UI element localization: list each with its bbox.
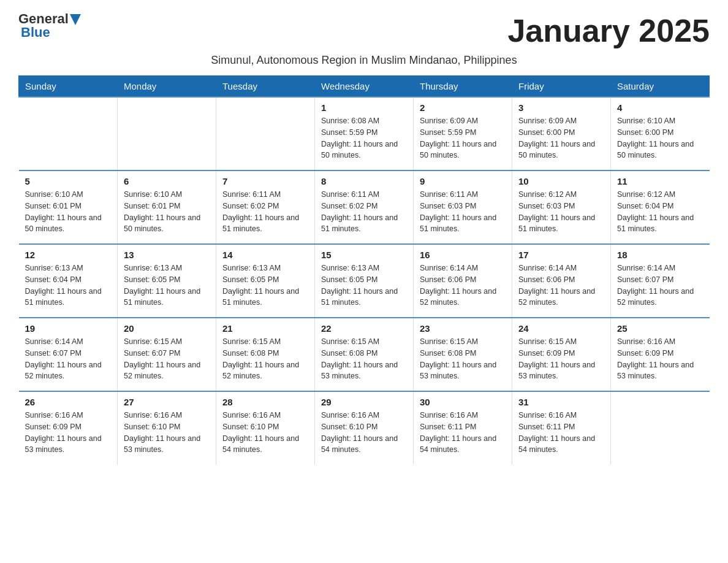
day-number: 3 — [518, 102, 604, 113]
day-info: Sunrise: 6:12 AMSunset: 6:04 PMDaylight:… — [617, 189, 703, 235]
day-number: 1 — [321, 102, 407, 113]
day-number: 12 — [25, 250, 112, 260]
calendar-cell: 7Sunrise: 6:11 AMSunset: 6:02 PMDaylight… — [216, 170, 315, 244]
logo-blue: Blue — [21, 25, 50, 40]
day-info: Sunrise: 6:15 AMSunset: 6:09 PMDaylight:… — [518, 336, 604, 382]
day-info: Sunrise: 6:16 AMSunset: 6:10 PMDaylight:… — [222, 410, 308, 456]
day-number: 16 — [420, 250, 506, 260]
day-info: Sunrise: 6:14 AMSunset: 6:07 PMDaylight:… — [617, 262, 703, 308]
day-info: Sunrise: 6:16 AMSunset: 6:10 PMDaylight:… — [124, 410, 210, 456]
day-info: Sunrise: 6:11 AMSunset: 6:02 PMDaylight:… — [222, 189, 308, 235]
calendar-cell: 2Sunrise: 6:09 AMSunset: 5:59 PMDaylight… — [414, 97, 512, 170]
weekday-header: Saturday — [611, 76, 710, 98]
calendar-week-row: 5Sunrise: 6:10 AMSunset: 6:01 PMDaylight… — [19, 170, 710, 244]
day-info: Sunrise: 6:11 AMSunset: 6:03 PMDaylight:… — [420, 189, 506, 235]
calendar-cell — [118, 97, 216, 170]
calendar-cell: 16Sunrise: 6:14 AMSunset: 6:06 PMDayligh… — [414, 244, 512, 318]
day-number: 7 — [222, 176, 308, 186]
day-number: 15 — [321, 250, 407, 260]
day-number: 28 — [222, 397, 308, 407]
calendar-week-row: 26Sunrise: 6:16 AMSunset: 6:09 PMDayligh… — [19, 391, 710, 465]
day-info: Sunrise: 6:13 AMSunset: 6:05 PMDaylight:… — [222, 262, 308, 308]
day-info: Sunrise: 6:16 AMSunset: 6:10 PMDaylight:… — [321, 410, 407, 456]
weekday-header: Sunday — [19, 76, 118, 98]
calendar-cell: 12Sunrise: 6:13 AMSunset: 6:04 PMDayligh… — [19, 244, 118, 318]
day-info: Sunrise: 6:15 AMSunset: 6:07 PMDaylight:… — [124, 336, 210, 382]
day-info: Sunrise: 6:10 AMSunset: 6:01 PMDaylight:… — [124, 189, 210, 235]
day-info: Sunrise: 6:14 AMSunset: 6:07 PMDaylight:… — [25, 336, 112, 382]
day-info: Sunrise: 6:10 AMSunset: 6:00 PMDaylight:… — [617, 115, 703, 161]
weekday-header: Friday — [512, 76, 611, 98]
day-number: 27 — [124, 397, 210, 407]
day-number: 24 — [518, 323, 604, 334]
day-info: Sunrise: 6:11 AMSunset: 6:02 PMDaylight:… — [321, 189, 407, 235]
day-number: 13 — [124, 250, 210, 260]
calendar-cell: 10Sunrise: 6:12 AMSunset: 6:03 PMDayligh… — [512, 170, 611, 244]
calendar-cell: 11Sunrise: 6:12 AMSunset: 6:04 PMDayligh… — [611, 170, 710, 244]
svg-marker-0 — [70, 14, 81, 25]
day-number: 26 — [25, 397, 112, 407]
logo-block: General Blue — [18, 12, 81, 39]
day-info: Sunrise: 6:15 AMSunset: 6:08 PMDaylight:… — [321, 336, 407, 382]
day-info: Sunrise: 6:16 AMSunset: 6:09 PMDaylight:… — [617, 336, 703, 382]
calendar-cell: 17Sunrise: 6:14 AMSunset: 6:06 PMDayligh… — [512, 244, 611, 318]
calendar-cell: 28Sunrise: 6:16 AMSunset: 6:10 PMDayligh… — [216, 391, 315, 465]
calendar-cell — [611, 391, 710, 465]
header: General Blue January 2025 — [18, 12, 710, 49]
calendar-body: 1Sunrise: 6:08 AMSunset: 5:59 PMDaylight… — [19, 97, 710, 465]
calendar-cell: 5Sunrise: 6:10 AMSunset: 6:01 PMDaylight… — [19, 170, 118, 244]
calendar-cell: 18Sunrise: 6:14 AMSunset: 6:07 PMDayligh… — [611, 244, 710, 318]
logo: General Blue — [18, 12, 81, 39]
day-info: Sunrise: 6:16 AMSunset: 6:11 PMDaylight:… — [420, 410, 506, 456]
calendar-cell — [216, 97, 315, 170]
calendar-cell: 27Sunrise: 6:16 AMSunset: 6:10 PMDayligh… — [118, 391, 216, 465]
day-info: Sunrise: 6:08 AMSunset: 5:59 PMDaylight:… — [321, 115, 407, 161]
weekday-header: Wednesday — [315, 76, 414, 98]
calendar-week-row: 19Sunrise: 6:14 AMSunset: 6:07 PMDayligh… — [19, 318, 710, 391]
day-info: Sunrise: 6:14 AMSunset: 6:06 PMDaylight:… — [420, 262, 506, 308]
day-number: 22 — [321, 323, 407, 334]
calendar-cell: 6Sunrise: 6:10 AMSunset: 6:01 PMDaylight… — [118, 170, 216, 244]
day-info: Sunrise: 6:16 AMSunset: 6:09 PMDaylight:… — [25, 410, 112, 456]
day-number: 10 — [518, 176, 604, 186]
day-number: 14 — [222, 250, 308, 260]
day-info: Sunrise: 6:16 AMSunset: 6:11 PMDaylight:… — [518, 410, 604, 456]
calendar-cell: 20Sunrise: 6:15 AMSunset: 6:07 PMDayligh… — [118, 318, 216, 391]
calendar-cell: 4Sunrise: 6:10 AMSunset: 6:00 PMDaylight… — [611, 97, 710, 170]
day-info: Sunrise: 6:15 AMSunset: 6:08 PMDaylight:… — [420, 336, 506, 382]
day-number: 19 — [25, 323, 112, 334]
day-number: 23 — [420, 323, 506, 334]
calendar-cell: 9Sunrise: 6:11 AMSunset: 6:03 PMDaylight… — [414, 170, 512, 244]
day-info: Sunrise: 6:13 AMSunset: 6:05 PMDaylight:… — [321, 262, 407, 308]
calendar-cell: 8Sunrise: 6:11 AMSunset: 6:02 PMDaylight… — [315, 170, 414, 244]
logo-arrow-icon — [70, 14, 81, 25]
calendar-cell: 30Sunrise: 6:16 AMSunset: 6:11 PMDayligh… — [414, 391, 512, 465]
calendar-cell: 13Sunrise: 6:13 AMSunset: 6:05 PMDayligh… — [118, 244, 216, 318]
day-number: 31 — [518, 397, 604, 407]
calendar-cell: 26Sunrise: 6:16 AMSunset: 6:09 PMDayligh… — [19, 391, 118, 465]
calendar-cell: 14Sunrise: 6:13 AMSunset: 6:05 PMDayligh… — [216, 244, 315, 318]
calendar-cell: 23Sunrise: 6:15 AMSunset: 6:08 PMDayligh… — [414, 318, 512, 391]
day-info: Sunrise: 6:14 AMSunset: 6:06 PMDaylight:… — [518, 262, 604, 308]
calendar-cell: 1Sunrise: 6:08 AMSunset: 5:59 PMDaylight… — [315, 97, 414, 170]
month-title: January 2025 — [507, 12, 710, 49]
day-number: 30 — [420, 397, 506, 407]
calendar-cell: 24Sunrise: 6:15 AMSunset: 6:09 PMDayligh… — [512, 318, 611, 391]
day-number: 8 — [321, 176, 407, 186]
weekday-row: SundayMondayTuesdayWednesdayThursdayFrid… — [19, 76, 710, 98]
calendar-cell: 15Sunrise: 6:13 AMSunset: 6:05 PMDayligh… — [315, 244, 414, 318]
day-info: Sunrise: 6:09 AMSunset: 6:00 PMDaylight:… — [518, 115, 604, 161]
weekday-header: Thursday — [414, 76, 512, 98]
calendar-table: SundayMondayTuesdayWednesdayThursdayFrid… — [18, 75, 710, 465]
calendar-cell: 31Sunrise: 6:16 AMSunset: 6:11 PMDayligh… — [512, 391, 611, 465]
day-number: 11 — [617, 176, 703, 186]
calendar-week-row: 12Sunrise: 6:13 AMSunset: 6:04 PMDayligh… — [19, 244, 710, 318]
day-number: 17 — [518, 250, 604, 260]
calendar-header: SundayMondayTuesdayWednesdayThursdayFrid… — [19, 76, 710, 98]
day-number: 9 — [420, 176, 506, 186]
calendar-cell: 21Sunrise: 6:15 AMSunset: 6:08 PMDayligh… — [216, 318, 315, 391]
calendar-cell: 25Sunrise: 6:16 AMSunset: 6:09 PMDayligh… — [611, 318, 710, 391]
calendar-week-row: 1Sunrise: 6:08 AMSunset: 5:59 PMDaylight… — [19, 97, 710, 170]
weekday-header: Tuesday — [216, 76, 315, 98]
day-info: Sunrise: 6:09 AMSunset: 5:59 PMDaylight:… — [420, 115, 506, 161]
